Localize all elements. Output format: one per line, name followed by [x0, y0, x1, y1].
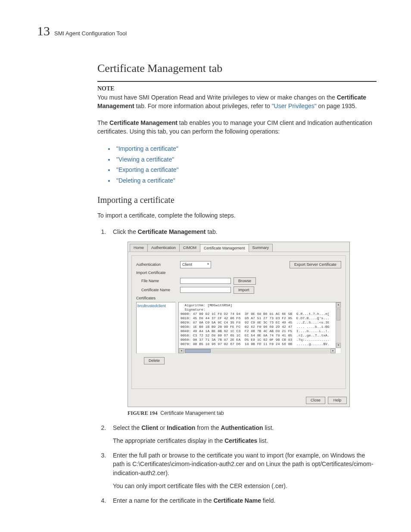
page-number: 13: [37, 24, 50, 38]
import-button[interactable]: Import: [234, 286, 254, 294]
step-3: Enter the full path or browse to the cer…: [108, 451, 377, 490]
rule: [97, 81, 377, 82]
note-text: You must have SMI Operation Read and Wri…: [97, 93, 377, 111]
note-block: NOTE You must have SMI Operation Read an…: [97, 84, 377, 111]
xref-importing[interactable]: "Importing a certificate": [116, 145, 178, 152]
subsection-title: Importing a certificate: [97, 195, 377, 205]
scroll-right-icon[interactable]: ►: [330, 348, 336, 353]
section-title: Certificate Management tab: [97, 62, 377, 75]
scroll-thumb[interactable]: [336, 308, 340, 320]
tab-bar: Home Authentication CIMOM Certificate Ma…: [128, 242, 349, 252]
certificates-list[interactable]: brcdtrustedclient: [136, 302, 176, 354]
certificate-detail-pane: Algorithm: [MD5withRSA] Signature: 0000:…: [178, 302, 341, 354]
xref-exporting[interactable]: "Exporting a certificate": [116, 166, 179, 173]
help-button[interactable]: Help: [328, 397, 347, 404]
delete-button[interactable]: Delete: [144, 357, 165, 364]
scroll-up-icon[interactable]: ▲: [336, 302, 341, 308]
import-group-label: Import Certificate: [136, 270, 341, 276]
cert-name-label: Certificate Name: [136, 287, 177, 293]
operations-list: "Importing a certificate" "Viewing a cer…: [97, 143, 377, 186]
step-1: Click the Certificate Management tab. Ho…: [108, 227, 377, 417]
xref-viewing[interactable]: "Viewing a certificate": [116, 156, 174, 163]
subsection-intro: To import a certificate, complete the fo…: [97, 211, 377, 220]
file-name-label: File Name: [136, 278, 177, 284]
scroll-left-icon[interactable]: ◄: [179, 348, 184, 353]
steps-list: Click the Certificate Management tab. Ho…: [97, 227, 377, 505]
running-header: 13 SMI Agent Configuration Tool: [37, 24, 377, 38]
step-4: Enter a name for the certificate in the …: [108, 496, 377, 505]
tab-certificate-management[interactable]: Certificate Management: [200, 244, 249, 252]
export-server-cert-button[interactable]: Export Server Certificate: [290, 261, 341, 268]
scroll-thumb-h[interactable]: [185, 349, 211, 353]
step-2: Select the Client or Indication from the…: [108, 423, 377, 445]
header-chapter: SMI Agent Configuration Tool: [54, 30, 127, 37]
tab-home[interactable]: Home: [130, 244, 148, 252]
intro-text: The Certificate Management tab enables y…: [97, 118, 377, 136]
file-name-field[interactable]: [180, 278, 231, 284]
figure-194: Home Authentication CIMOM Certificate Ma…: [128, 242, 350, 417]
auth-select[interactable]: Client: [180, 261, 211, 268]
figure-caption: FIGURE 194 Certificate Management tab: [128, 410, 350, 417]
xref-deleting[interactable]: "Deleting a certificate": [116, 177, 175, 184]
tab-cimom[interactable]: CIMOM: [179, 244, 200, 252]
vertical-scrollbar[interactable]: ▲ ▼: [336, 302, 341, 348]
cert-name-field[interactable]: [180, 287, 231, 293]
auth-label: Authentication: [136, 262, 177, 268]
certificate-item[interactable]: brcdtrustedclient: [137, 304, 166, 308]
screenshot-window: Home Authentication CIMOM Certificate Ma…: [128, 242, 350, 407]
close-button[interactable]: Close: [306, 397, 325, 404]
horizontal-scrollbar[interactable]: ◄ ►: [179, 348, 336, 353]
tab-summary[interactable]: Summary: [249, 244, 273, 252]
note-label: NOTE: [97, 85, 115, 92]
certificates-label: Certificates: [136, 296, 341, 301]
tab-authentication[interactable]: Authentication: [147, 244, 180, 252]
browse-button[interactable]: Browse: [234, 277, 256, 285]
xref-user-privileges[interactable]: "User Privileges": [272, 103, 317, 109]
scroll-down-icon[interactable]: ▼: [336, 343, 341, 348]
